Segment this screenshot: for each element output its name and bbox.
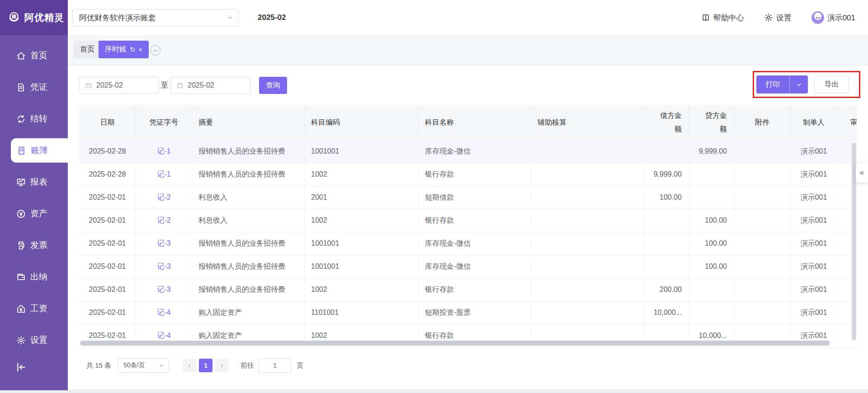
sidebar-collapse-button[interactable] — [15, 361, 27, 373]
sidebar-item-label: 结转 — [30, 113, 47, 125]
tabs-dropdown-button[interactable] — [150, 45, 160, 56]
goto-page-input[interactable] — [259, 358, 291, 373]
sidebar-item-账簿[interactable]: 账簿 — [11, 138, 68, 163]
cell-creator: 演示001 — [791, 209, 837, 232]
voucher-link[interactable]: 记-2 — [157, 193, 170, 202]
next-page-button[interactable]: › — [215, 359, 229, 372]
sidebar-item-label: 报表 — [30, 176, 47, 188]
table-header-row: 日期凭证字号摘要科目编码科目名称辅助核算借方金额贷方金额附件制单人审核 — [79, 105, 857, 140]
sidebar-item-工资[interactable]: 工资 — [0, 293, 68, 324]
user-avatar — [811, 11, 824, 24]
close-icon[interactable]: × — [139, 46, 143, 53]
table-row[interactable]: 2025-02-01记-3报销销售人员的业务招待费1001001库存现金-微信1… — [79, 232, 857, 255]
tab-home[interactable]: 首页 — [74, 41, 101, 58]
voucher-link[interactable]: 记-2 — [157, 216, 170, 225]
cell-subject_code: 1101001 — [305, 301, 419, 324]
sidebar-item-结转[interactable]: 结转 — [0, 103, 68, 135]
voucher-link[interactable]: 记-4 — [157, 331, 170, 341]
cell-summary: 报销销售人员的业务招待费 — [192, 140, 305, 163]
annotation-highlight — [753, 71, 860, 98]
settings-icon — [16, 336, 26, 345]
cell-debit — [643, 140, 689, 163]
sidebar-item-label: 工资 — [30, 303, 47, 314]
cell-subject_name: 银行存款 — [419, 209, 531, 232]
gear-icon — [764, 13, 773, 22]
cell-summary: 报销销售人员的业务招待费 — [192, 278, 305, 301]
voucher-link[interactable]: 记-1 — [157, 170, 170, 179]
column-header-date: 日期 — [79, 105, 136, 140]
tab-journal-label: 序时账 — [105, 45, 127, 54]
cell-aux — [531, 163, 643, 186]
cell-date: 2025-02-01 — [79, 301, 136, 324]
account-set-select[interactable]: 阿优财务软件演示账套 — [72, 9, 239, 26]
cell-aux — [531, 140, 643, 163]
horizontal-scrollbar[interactable] — [80, 341, 830, 346]
cell-debit: 200.00 — [643, 278, 689, 301]
cell-summary: 报销销售人员的业务招待费 — [192, 163, 305, 186]
cell-aux — [531, 301, 643, 324]
sidebar-item-出纳[interactable]: 出纳 — [0, 261, 68, 293]
sidebar-item-label: 凭证 — [30, 81, 47, 93]
voucher-link[interactable]: 记-3 — [157, 285, 170, 295]
side-panel-collapse-button[interactable]: « — [856, 163, 868, 182]
cell-attachment — [734, 232, 791, 255]
sidebar-item-发票[interactable]: 发票 — [0, 229, 68, 261]
table-row[interactable]: 2025-02-01记-2利息收入1002银行存款100.00演示001 — [79, 209, 857, 232]
cell-credit: 100.00 — [689, 209, 734, 232]
refresh-icon[interactable]: ↻ — [130, 46, 136, 53]
sidebar-item-label: 账簿 — [31, 145, 48, 156]
cell-subject_name: 短期投资-股票 — [419, 301, 531, 324]
cell-debit: 10,000... — [643, 301, 689, 324]
tab-journal[interactable]: 序时账 ↻ × — [99, 41, 149, 58]
voucher-link[interactable]: 记-3 — [157, 262, 170, 271]
sidebar-item-报表[interactable]: 报表 — [0, 166, 68, 198]
sidebar-item-label: 首页 — [30, 50, 47, 61]
prev-page-button[interactable]: ‹ — [183, 359, 196, 372]
current-page-button[interactable]: 1 — [199, 359, 212, 372]
cell-voucher_no: 记-3 — [136, 255, 192, 278]
sidebar-item-label: 发票 — [30, 239, 47, 251]
cell-date: 2025-02-01 — [79, 255, 136, 278]
cell-voucher_no: 记-2 — [136, 186, 192, 209]
cell-attachment — [734, 301, 791, 324]
query-button[interactable]: 查询 — [259, 77, 287, 94]
voucher-link[interactable]: 记-4 — [157, 308, 170, 318]
table-row[interactable]: 2025-02-01记-2利息收入2001短期借款100.00演示001 — [79, 186, 857, 209]
voucher-link[interactable]: 记-1 — [157, 147, 170, 156]
column-header-label: 科目编码 — [311, 118, 340, 127]
voucher-link[interactable]: 记-3 — [157, 239, 170, 248]
sidebar-item-资产[interactable]: 资产 — [0, 198, 68, 229]
cell-aux — [531, 232, 643, 255]
brand-logo: 阿优精灵 — [0, 0, 68, 35]
table-row[interactable]: 2025-02-01记-4购入固定资产1101001短期投资-股票10,000.… — [79, 301, 857, 324]
cell-attachment — [734, 140, 791, 163]
user-menu[interactable]: 演示001 — [811, 11, 855, 24]
date-to-input[interactable]: 2025-02 — [170, 77, 250, 94]
sidebar-item-凭证[interactable]: 凭证 — [0, 71, 68, 103]
pagination-bar: 共 15 条 50条/页 ‹ 1 › 前往 页 — [79, 358, 303, 373]
cell-creator: 演示001 — [791, 301, 837, 324]
table-row[interactable]: 2025-02-01记-3报销销售人员的业务招待费1002银行存款200.00演… — [79, 278, 857, 301]
column-header-creator: 制单人 — [791, 105, 837, 140]
table-row[interactable]: 2025-02-28记-1报销销售人员的业务招待费1002银行存款9,999.0… — [79, 163, 857, 186]
cell-subject_name: 银行存款 — [419, 278, 531, 301]
cell-attachment — [734, 255, 791, 278]
page-size-select[interactable]: 50条/页 — [118, 358, 169, 373]
settings-link[interactable]: 设置 — [764, 13, 792, 23]
column-header-label: 贷方金额 — [703, 109, 727, 136]
sidebar: 阿优精灵 首页凭证结转账簿报表资产发票出纳工资设置 — [0, 0, 68, 390]
cell-date: 2025-02-01 — [79, 278, 136, 301]
column-header-voucher_no: 凭证字号 — [136, 105, 192, 140]
help-center-link[interactable]: 帮助中心 — [701, 13, 744, 23]
username-label: 演示001 — [827, 13, 855, 23]
table-row[interactable]: 2025-02-01记-3报销销售人员的业务招待费1001001库存现金-微信1… — [79, 255, 857, 278]
sidebar-item-设置[interactable]: 设置 — [0, 324, 68, 356]
table-row[interactable]: 2025-02-28记-1报销销售人员的业务招待费1001001库存现金-微信9… — [79, 140, 857, 163]
date-from-input[interactable]: 2025-02 — [79, 77, 159, 94]
column-header-label: 借方金额 — [658, 109, 682, 136]
sidebar-item-首页[interactable]: 首页 — [0, 40, 68, 71]
cell-attachment — [734, 186, 791, 209]
cell-voucher_no: 记-1 — [136, 163, 192, 186]
cell-creator: 演示001 — [791, 255, 837, 278]
cell-credit — [689, 186, 734, 209]
